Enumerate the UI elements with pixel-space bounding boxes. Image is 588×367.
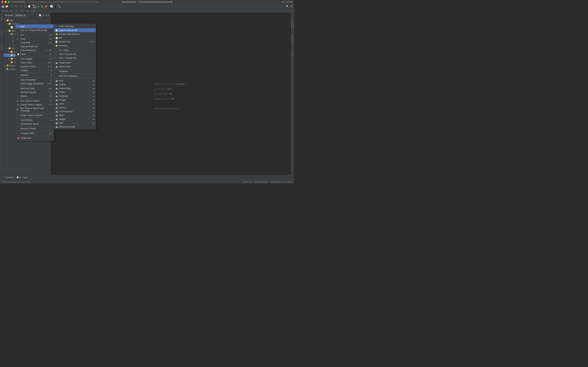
ctx-item-create-gist[interactable]: 🐙 Create Gist... xyxy=(16,136,54,140)
new-scratch-file[interactable]: 📝 Scratch File ⇧⌘N xyxy=(54,40,96,44)
new-resource-bundle[interactable]: 🤖 Resource Bundle xyxy=(54,125,96,129)
new-sep-1 xyxy=(54,48,96,48)
logcat-tab[interactable]: 📋 6: Logcat xyxy=(15,176,29,179)
layout-icon: 📄 xyxy=(55,29,58,32)
ctx-item-replace-in-path[interactable]: Replace in Path... ⌘⇧R xyxy=(16,65,54,68)
new-cpp-class[interactable]: C C++ Class xyxy=(54,48,96,52)
ctx-item-reveal-finder[interactable]: Reveal in Finder xyxy=(16,127,54,131)
status-message: Create a new Layout resource file xyxy=(1,181,30,183)
android-xml-icon: 🤖 xyxy=(55,122,58,124)
new-android-auto[interactable]: 🤖 Android Auto ▶ xyxy=(54,86,96,90)
android-wear-icon: 🤖 xyxy=(55,114,58,117)
ctx-item-show-thumbs[interactable]: Show Image Thumbnails ⇧⌘T xyxy=(16,82,54,86)
ctx-item-paste[interactable]: 📋 Paste ⌘V xyxy=(16,52,54,56)
android-icon-1: 🤖 xyxy=(55,62,58,64)
ctx-item-debug-tests[interactable]: 🐛 Debug 'Tests in 'layout'' ^⇧D xyxy=(16,103,54,107)
ctx-new-label: New xyxy=(20,25,50,28)
android-resource-icon: 🤖 xyxy=(55,126,58,128)
android-widget-icon: 🤖 xyxy=(55,118,58,120)
gradle-console-button[interactable]: Gradle Console xyxy=(254,181,268,183)
ctx-item-copy[interactable]: ⎘ Copy ⌘C xyxy=(16,37,54,41)
new-submenu: K Kotlin File/Class 📄 Layout resource fi… xyxy=(54,24,96,130)
ctx-item-synchronize[interactable]: Synchronize 'layout' xyxy=(16,122,54,126)
ctx-item-local-history[interactable]: Local History ▶ xyxy=(16,118,54,122)
new-folder[interactable]: 🤖 Folder ▶ xyxy=(54,90,96,94)
kotlin-icon: K xyxy=(55,25,58,27)
ctx-sep-7 xyxy=(16,113,54,113)
new-service[interactable]: 🤖 Service ▶ xyxy=(54,106,96,109)
android-aidl-icon: 🤖 xyxy=(55,80,58,82)
ctx-item-optimize-imports[interactable]: Optimize Imports ^⌥O xyxy=(16,90,54,94)
new-cpp-header[interactable]: C C/C++ Header File xyxy=(54,56,96,60)
ctx-item-find-in-path[interactable]: Find in Path... ⌘⇧F xyxy=(16,61,54,65)
ctx-sep-9 xyxy=(16,126,54,126)
status-bar: Create a new Layout resource file Event … xyxy=(0,180,294,184)
new-cpp-source[interactable]: C C/C++ Source File xyxy=(54,52,96,56)
new-widget[interactable]: 🤖 Widget ▶ xyxy=(54,117,96,121)
main-context-menu: New ▶ Link C++ Project with Gradle ✂ Cut… xyxy=(15,24,54,141)
ctx-item-copy-path[interactable]: Copy Path ⇧⌘C xyxy=(16,41,54,45)
ctx-item-delete[interactable]: Delete... ⌫ xyxy=(16,94,54,98)
ctx-item-analyze[interactable]: Analyze ▶ xyxy=(16,68,54,72)
fragment-arrow: ▶ xyxy=(93,95,94,97)
terminal-tab[interactable]: ⬛ Terminal xyxy=(1,176,14,179)
wear-arrow: ▶ xyxy=(93,115,94,117)
ctx-item-refactor[interactable]: Refactor ▶ xyxy=(16,73,54,77)
new-edit-templates[interactable]: Edit File Templates... xyxy=(54,74,96,78)
ctx-item-link-cpp[interactable]: Link C++ Project with Gradle xyxy=(16,28,54,32)
ctx-item-add-favorites[interactable]: Add to Favorites ▶ xyxy=(16,78,54,82)
ctx-item-copy-ref[interactable]: Copy Reference ⌥⇧⌘C xyxy=(16,48,54,52)
android-auto-arrow: ▶ xyxy=(93,88,94,90)
new-kotlin-file[interactable]: K Kotlin File/Class xyxy=(54,25,96,28)
local-history-arrow-icon: ▶ xyxy=(51,119,52,121)
new-aidl[interactable]: 🤖 AIDL ▶ xyxy=(54,79,96,83)
ctx-item-create-tests[interactable]: Create 'Tests in 'layout''... xyxy=(16,113,54,117)
new-activity[interactable]: 🤖 Activity ▶ xyxy=(54,83,96,86)
logcat-icon: 📋 xyxy=(17,176,19,178)
ctx-item-cut[interactable]: ✂ Cut ⌘X xyxy=(16,33,54,37)
new-sep-4 xyxy=(54,74,96,74)
other-arrow: ▶ xyxy=(93,103,94,105)
aidl-arrow: ▶ xyxy=(93,80,94,82)
ctx-item-compare-with[interactable]: Compare With... ⌘D xyxy=(16,131,54,135)
bottom-tabs: ⬛ Terminal 📋 6: Logcat xyxy=(0,175,294,180)
new-layout-resource-file[interactable]: 📄 Layout resource file xyxy=(54,28,96,32)
android-icon-2: 🤖 xyxy=(55,66,58,68)
new-image-asset[interactable]: 🤖 Image Asset xyxy=(54,61,96,65)
new-google[interactable]: 🤖 Google ▶ xyxy=(54,98,96,102)
ctx-sep-5 xyxy=(16,86,54,86)
new-ui-component[interactable]: 🤖 UI Component ▶ xyxy=(54,109,96,113)
sample-data-icon: 📁 xyxy=(55,33,58,35)
android-google-icon: 🤖 xyxy=(55,99,58,101)
new-singleton[interactable]: Singleton xyxy=(54,69,96,73)
xml-arrow: ▶ xyxy=(93,122,94,124)
ctx-item-copy-plain[interactable]: Copy as Plain Text xyxy=(16,45,54,48)
status-bar-right: Event Log Gradle Console n/a Context: <n… xyxy=(243,181,293,183)
favorites-arrow-icon: ▶ xyxy=(51,79,52,81)
cpp-header-icon: C xyxy=(55,57,58,59)
ctx-item-reformat[interactable]: Reformat Code ⌥⌘L xyxy=(16,86,54,90)
cpp-source-icon: C xyxy=(55,53,58,55)
ctx-item-find-usages[interactable]: Find Usages ⌥F7 xyxy=(16,57,54,61)
ctx-item-run-coverage[interactable]: ▶ Run 'Tests in 'layout'' with Coverage xyxy=(16,107,54,113)
event-log-button[interactable]: Event Log xyxy=(243,181,252,183)
ctx-sep-1 xyxy=(16,33,54,33)
ctx-item-run-tests[interactable]: ▶ Run 'Tests in 'layout'' ^⇧R xyxy=(16,99,54,103)
activity-arrow: ▶ xyxy=(93,84,94,86)
new-file[interactable]: 📄 File xyxy=(54,36,96,40)
ctx-item-new[interactable]: New ▶ xyxy=(16,25,54,28)
new-wear[interactable]: 🤖 Wear ▶ xyxy=(54,113,96,117)
google-arrow: ▶ xyxy=(93,99,94,101)
android-ui-icon: 🤖 xyxy=(55,110,58,113)
terminal-icon: ⬛ xyxy=(2,176,5,178)
new-directory[interactable]: 📁 Directory xyxy=(54,44,96,48)
refactor-arrow-icon: ▶ xyxy=(51,74,52,76)
new-sample-data-dir[interactable]: 📁 Sample Data directory xyxy=(54,32,96,36)
analyze-arrow-icon: ▶ xyxy=(51,70,52,71)
ctx-sep-6 xyxy=(16,98,54,99)
ui-arrow: ▶ xyxy=(93,111,94,113)
new-vector-asset[interactable]: 🤖 Vector Asset xyxy=(54,65,96,68)
new-xml[interactable]: 🤖 XML ▶ xyxy=(54,121,96,125)
new-other[interactable]: 🤖 Other ▶ xyxy=(54,102,96,106)
new-fragment[interactable]: 🤖 Fragment ▶ xyxy=(54,94,96,98)
